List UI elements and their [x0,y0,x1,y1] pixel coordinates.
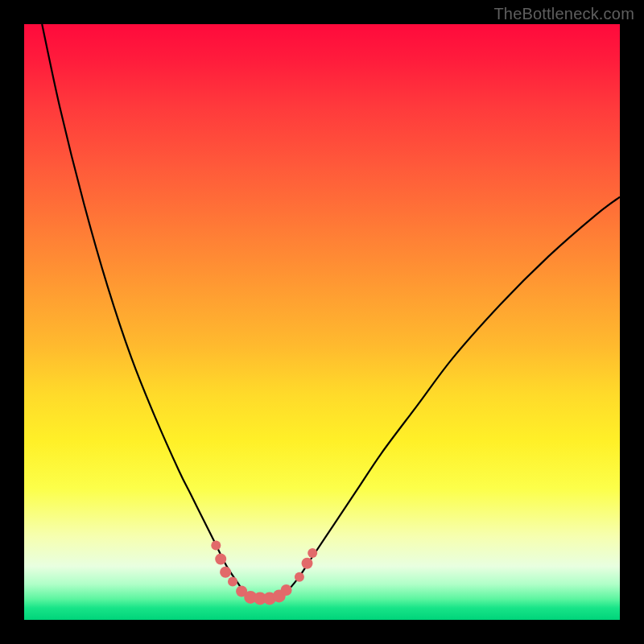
bottleneck-curve [42,24,620,598]
curve-marker [281,584,292,596]
curve-marker [295,572,304,582]
curve-marker [308,548,317,558]
curve-svg [24,24,620,620]
watermark-text: TheBottleneck.com [493,5,634,23]
curve-marker [220,567,231,578]
curve-marker [228,577,237,587]
curve-marker [215,554,226,565]
chart-frame: TheBottleneck.com [0,0,644,644]
curve-marker [211,541,221,551]
curve-marker [302,558,313,569]
curve-markers [211,541,317,605]
plot-area [24,24,620,620]
